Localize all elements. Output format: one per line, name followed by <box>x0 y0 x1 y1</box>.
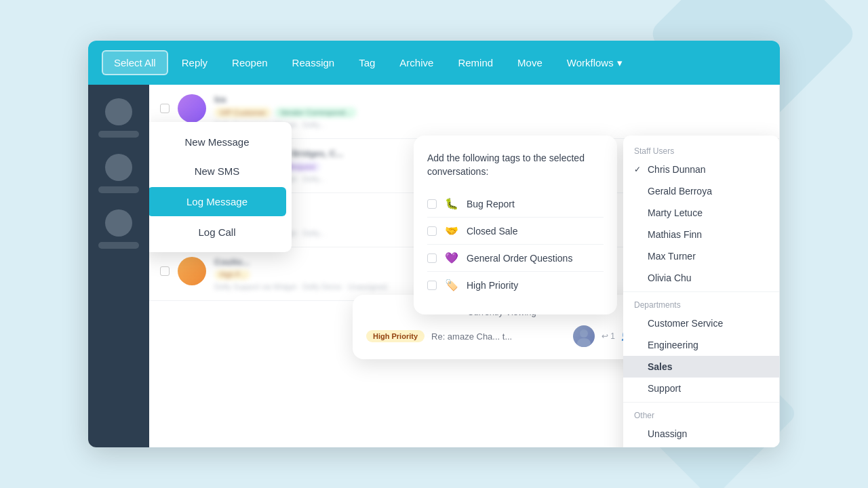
reassign-item-marty[interactable]: Marty Letuce <box>623 202 779 224</box>
reassign-item-olivia[interactable]: Olivia Chu <box>623 267 779 289</box>
app-window: Select All Reply Reopen Reassign Tag Arc… <box>88 41 780 447</box>
reassign-panel[interactable]: Staff Users ✓ Chris Dunnan Gerald Berroy… <box>623 136 779 447</box>
conv-body-1: Iza VIP Customer Vendor Correspond... De… <box>214 94 768 129</box>
check-icon: ✓ <box>634 165 644 174</box>
conv-name-1: Iza <box>214 94 768 104</box>
main-content: Iza VIP Customer Vendor Correspond... De… <box>88 85 780 447</box>
move-button[interactable]: Move <box>507 52 553 74</box>
reassign-item-engineering[interactable]: Engineering <box>623 334 779 356</box>
conv-checkbox-1[interactable] <box>160 104 170 113</box>
toolbar: Select All Reply Reopen Reassign Tag Arc… <box>88 41 780 85</box>
log-message-item[interactable]: Log Message <box>149 187 286 216</box>
conversation-list: Iza VIP Customer Vendor Correspond... De… <box>149 85 780 447</box>
tag-checkbox-high-priority[interactable] <box>427 281 437 290</box>
tag-label-general-order: General Order Questions <box>467 253 572 264</box>
closed-sale-emoji: 🤝 <box>445 224 458 237</box>
workflows-button[interactable]: Workflows ▾ <box>556 52 633 75</box>
sidebar-group-2 <box>88 154 149 193</box>
tag-panel-item-closed-sale[interactable]: 🤝 Closed Sale <box>427 218 604 245</box>
svg-point-1 <box>577 338 591 347</box>
general-order-emoji: 💜 <box>445 251 458 264</box>
new-message-item[interactable]: New Message <box>149 127 292 157</box>
tag-panel-item-bug[interactable]: 🐛 Bug Report <box>427 190 604 218</box>
tag-panel[interactable]: Add the following tags to the selected c… <box>414 136 617 314</box>
viewing-high-priority-tag: High Priority <box>366 330 425 342</box>
viewing-text: Re: amaze Cha... t... <box>431 331 566 342</box>
sidebar-group-1 <box>88 98 149 138</box>
sidebar-avatar-1 <box>105 98 132 125</box>
departments-label: Departments <box>623 295 779 312</box>
new-message-panel[interactable]: New Message New SMS Log Message Log Call <box>149 122 292 252</box>
sidebar-avatar-2 <box>105 154 132 181</box>
archive-button[interactable]: Archive <box>389 52 444 74</box>
avatar <box>178 257 206 285</box>
reassign-item-smart-assign[interactable]: Smart Assign <box>623 445 779 447</box>
reopen-button[interactable]: Reopen <box>221 52 279 74</box>
tag-button[interactable]: Tag <box>348 52 386 74</box>
reassign-item-sales[interactable]: Sales <box>623 356 779 378</box>
reassign-item-support[interactable]: Support <box>623 378 779 399</box>
divider-1 <box>623 291 779 292</box>
user-silhouette-icon <box>573 325 595 347</box>
tag-label-high-priority: High Priority <box>467 280 518 291</box>
reassign-item-mathias[interactable]: Mathias Finn <box>623 224 779 245</box>
tag-checkbox-general-order[interactable] <box>427 253 437 263</box>
tag-label-bug: Bug Report <box>467 199 515 209</box>
tag-panel-item-general-order[interactable]: 💜 General Order Questions <box>427 245 604 272</box>
sidebar <box>88 85 149 447</box>
conv-meta-1: Defly Support via Widget · Defly... <box>214 121 768 129</box>
select-all-button[interactable]: Select All <box>102 50 168 75</box>
divider-2 <box>623 402 779 403</box>
reassign-item-chris[interactable]: ✓ Chris Dunnan <box>623 159 779 180</box>
high-priority-emoji: 🏷️ <box>445 279 458 291</box>
sidebar-line-2 <box>98 186 139 193</box>
conv-tags-1: VIP Customer Vendor Correspond... <box>214 107 768 118</box>
reply-button[interactable]: Reply <box>171 52 218 74</box>
sidebar-line-1 <box>98 131 139 138</box>
avatar <box>178 94 206 123</box>
tag-checkbox-closed-sale[interactable] <box>427 226 437 236</box>
tag-panel-item-high-priority[interactable]: 🏷️ High Priority <box>427 272 604 298</box>
conv-checkbox-4[interactable] <box>160 266 170 276</box>
sidebar-line-3 <box>98 242 139 249</box>
reassign-item-max[interactable]: Max Turner <box>623 245 779 267</box>
log-call-item[interactable]: Log Call <box>149 218 292 247</box>
tag-vendor: Vendor Correspond... <box>275 107 357 118</box>
reassign-item-customer-service[interactable]: Customer Service <box>623 312 779 334</box>
tag-label-closed-sale: Closed Sale <box>467 226 518 237</box>
reply-count-icon: ↩ 1 <box>601 331 615 341</box>
new-sms-item[interactable]: New SMS <box>149 157 292 186</box>
reassign-item-unassign[interactable]: Unassign <box>623 423 779 445</box>
tag-vip: VIP Customer <box>214 107 271 118</box>
reassign-item-gerald[interactable]: Gerald Berroya <box>623 180 779 202</box>
reassign-button[interactable]: Reassign <box>281 52 346 74</box>
tag-panel-title: Add the following tags to the selected c… <box>427 152 604 178</box>
viewing-user-avatar <box>573 325 595 347</box>
tag-checkbox-bug[interactable] <box>427 199 437 209</box>
staff-users-label: Staff Users <box>623 141 779 159</box>
remind-button[interactable]: Remind <box>447 52 504 74</box>
sidebar-avatar-3 <box>105 209 132 237</box>
bug-emoji: 🐛 <box>445 197 458 210</box>
svg-point-0 <box>580 329 588 338</box>
other-label: Other <box>623 405 779 423</box>
viewing-content: High Priority Re: amaze Cha... t... ↩ 1 … <box>366 325 637 347</box>
tag-high-priority: High P... <box>214 270 250 280</box>
chevron-down-icon: ▾ <box>617 57 623 69</box>
sidebar-group-3 <box>88 209 149 249</box>
